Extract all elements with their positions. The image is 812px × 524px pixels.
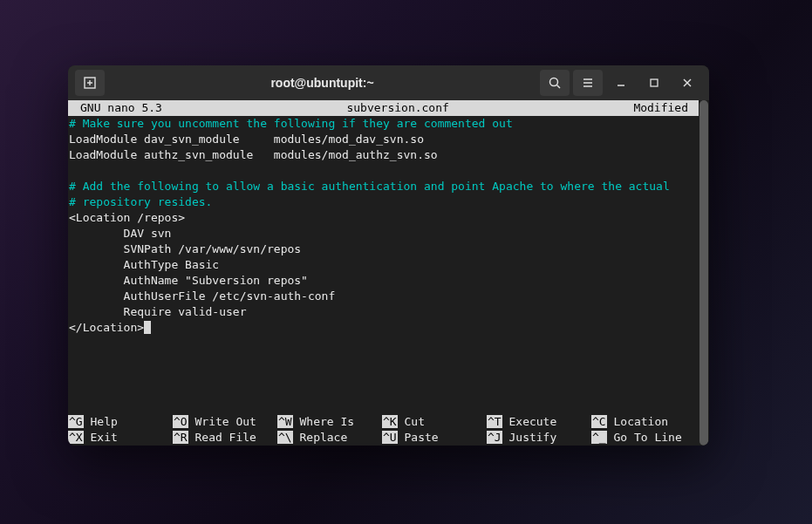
footer-key: ^G: [68, 415, 84, 428]
footer-key: ^J: [487, 431, 502, 444]
nano-header: GNU nano 5.3 subversion.conf Modified: [68, 100, 699, 116]
editor-line: LoadModule authz_svn_module modules/mod_…: [69, 147, 699, 163]
footer-shortcut: ^R Read File: [173, 430, 277, 446]
window-title: root@ubuntupit:~: [108, 76, 536, 90]
footer-shortcut: ^K Cut: [382, 414, 487, 430]
footer-shortcut: ^W Where Is: [277, 414, 382, 430]
editor-line: SVNPath /var/www/svn/repos: [69, 242, 699, 257]
editor-line: </Location>: [69, 320, 699, 336]
svg-rect-9: [651, 79, 658, 86]
footer-label: Execute: [502, 415, 557, 428]
footer-label: Paste: [398, 431, 439, 444]
editor-line: AuthName "Subversion repos": [69, 273, 699, 289]
new-tab-button[interactable]: [75, 70, 105, 96]
footer-label: Where Is: [293, 415, 354, 428]
footer-label: Justify: [502, 431, 557, 444]
minimize-icon: [614, 76, 628, 90]
footer-label: Write Out: [188, 415, 256, 428]
nano-app-name: GNU nano 5.3: [72, 100, 162, 116]
footer-key: ^O: [173, 415, 188, 428]
editor-line: [69, 367, 699, 383]
editor-line: LoadModule dav_svn_module modules/mod_da…: [69, 132, 699, 147]
nano-status: Modified: [633, 100, 695, 116]
editor-line: # Add the following to allow a basic aut…: [69, 179, 699, 194]
editor-line: AuthType Basic: [69, 257, 699, 273]
minimize-button[interactable]: [606, 70, 636, 96]
footer-label: Cut: [398, 415, 425, 428]
editor-line: DAV svn: [69, 226, 699, 242]
footer-row: ^X Exit^R Read File^\ Replace^U Paste^J …: [68, 430, 699, 446]
footer-key: ^W: [277, 415, 293, 428]
editor-line: [69, 383, 699, 398]
search-button[interactable]: [540, 70, 570, 96]
svg-point-3: [550, 78, 558, 86]
footer-label: Help: [84, 415, 118, 428]
footer-shortcut: ^G Help: [68, 414, 173, 430]
nano-footer: ^G Help^O Write Out^W Where Is^K Cut^T E…: [68, 414, 699, 446]
footer-key: ^U: [382, 431, 398, 444]
footer-key: ^R: [173, 431, 188, 444]
new-tab-icon: [83, 76, 97, 90]
editor-content[interactable]: # Make sure you uncomment the following …: [68, 116, 699, 414]
maximize-button[interactable]: [639, 70, 669, 96]
terminal-window: root@ubuntupit:~ GNU nano 5.3 subversi: [68, 65, 709, 446]
footer-label: Location: [607, 415, 668, 428]
nano-filename: subversion.conf: [162, 100, 633, 116]
footer-shortcut: ^T Execute: [487, 414, 591, 430]
search-icon: [548, 76, 562, 90]
footer-key: ^_: [591, 431, 607, 444]
editor-line: [69, 351, 699, 367]
close-icon: [680, 76, 694, 90]
editor-line: # Make sure you uncomment the following …: [69, 116, 699, 132]
footer-shortcut: ^X Exit: [68, 430, 173, 446]
hamburger-icon: [581, 76, 595, 90]
maximize-icon: [647, 76, 661, 90]
footer-label: Read File: [188, 431, 256, 444]
footer-shortcut: ^C Location: [591, 414, 696, 430]
cursor: [144, 321, 151, 334]
editor-line: AuthUserFile /etc/svn-auth-conf: [69, 289, 699, 304]
footer-key: ^T: [487, 415, 502, 428]
editor-line: <Location /repos>: [69, 210, 699, 226]
footer-shortcut: ^\ Replace: [277, 430, 382, 446]
footer-label: Exit: [84, 431, 118, 444]
editor-line: Require valid-user: [69, 304, 699, 320]
terminal-body[interactable]: GNU nano 5.3 subversion.conf Modified # …: [68, 100, 709, 446]
editor-line: [69, 336, 699, 351]
scrollbar-thumb[interactable]: [699, 100, 708, 446]
footer-key: ^C: [591, 415, 607, 428]
titlebar-right: [540, 70, 702, 96]
editor-line: [69, 163, 699, 179]
scrollbar[interactable]: [699, 100, 709, 446]
editor-line: [69, 398, 699, 414]
editor-line: # repository resides.: [69, 194, 699, 210]
footer-shortcut: ^J Justify: [487, 430, 591, 446]
svg-line-4: [557, 85, 561, 89]
footer-key: ^K: [382, 415, 398, 428]
footer-shortcut: ^O Write Out: [173, 414, 277, 430]
footer-shortcut: ^_ Go To Line: [591, 430, 696, 446]
close-button[interactable]: [672, 70, 702, 96]
footer-row: ^G Help^O Write Out^W Where Is^K Cut^T E…: [68, 414, 699, 430]
footer-shortcut: ^U Paste: [382, 430, 487, 446]
footer-key: ^\: [277, 431, 293, 444]
titlebar: root@ubuntupit:~: [68, 65, 709, 100]
footer-label: Go To Line: [607, 431, 682, 444]
footer-label: Replace: [293, 431, 348, 444]
footer-key: ^X: [68, 431, 84, 444]
content-area[interactable]: GNU nano 5.3 subversion.conf Modified # …: [68, 100, 699, 446]
menu-button[interactable]: [573, 70, 603, 96]
